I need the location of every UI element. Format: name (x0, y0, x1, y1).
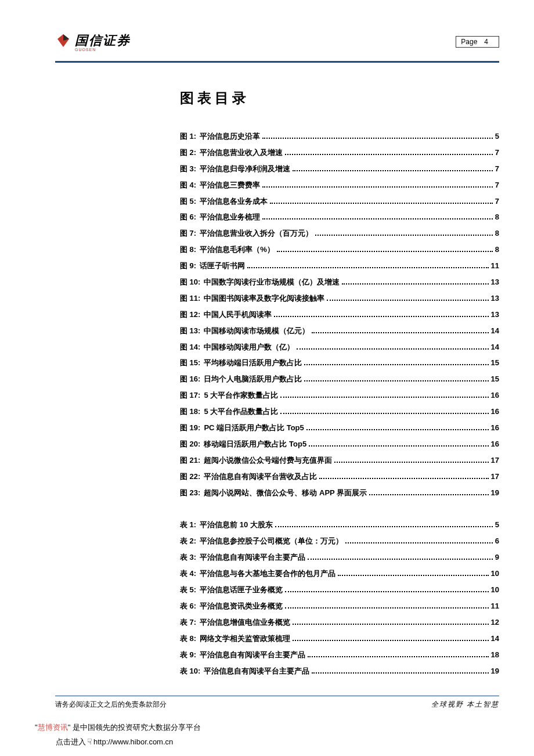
toc-label: 表 5: (180, 585, 196, 595)
promo-line: "慧博资讯" 是中国领先的投资研究大数据分享平台 (35, 721, 201, 734)
toc-text: 超阅小说微信公众号端付费与充值界面 (204, 456, 332, 466)
toc-dots (369, 494, 488, 495)
toc-dots (285, 154, 493, 155)
figure-entry[interactable]: 图 7:平治信息营业收入拆分（百万元）8 (180, 229, 499, 239)
toc-page: 10 (491, 569, 499, 579)
footer-disclaimer: 请务必阅读正文之后的免责条款部分 (55, 700, 167, 710)
toc-text: 平治信息与各大基地主要合作的包月产品 (200, 569, 335, 579)
toc-dots (338, 575, 488, 576)
toc-text: 平治信息自有阅读平台主要产品 (204, 667, 309, 676)
toc-dots (247, 267, 488, 268)
toc-text: 平治信息自有阅读平台营收及占比 (204, 472, 317, 482)
toc-page: 16 (491, 440, 499, 449)
promo-link-row[interactable]: 点击进入 ☟ http://www.hibor.com.cn (56, 735, 201, 749)
table-entry[interactable]: 表 6:平治信息资讯类业务概览11 (180, 602, 499, 611)
figure-entry[interactable]: 图 2:平治信息营业收入及增速7 (180, 148, 499, 158)
toc-page: 13 (491, 310, 499, 320)
figure-entry[interactable]: 图 9:话匣子听书网11 (180, 261, 499, 271)
toc-page: 16 (491, 391, 499, 401)
toc-label: 图 15: (180, 358, 200, 368)
toc-page: 6 (495, 537, 499, 546)
toc-label: 图 14: (180, 343, 200, 352)
toc-dots (345, 542, 493, 543)
toc-text: 平治信息资讯类业务概览 (200, 602, 283, 611)
figure-entry[interactable]: 图 16:日均个人电脑活跃用户数占比15 (180, 375, 499, 384)
toc-content: 图表目录 图 1:平治信息历史沿革5图 2:平治信息营业收入及增速7图 3:平治… (0, 63, 534, 676)
toc-page: 19 (491, 488, 499, 498)
figure-entry[interactable]: 图 1:平治信息历史沿革5 (180, 132, 499, 142)
figure-entry[interactable]: 图 3:平治信息归母净利润及增速7 (180, 164, 499, 174)
toc-gap (180, 504, 499, 520)
toc-page: 17 (491, 456, 499, 466)
toc-page: 13 (491, 294, 499, 304)
toc-label: 表 6: (180, 602, 196, 611)
figure-entry[interactable]: 图 21:超阅小说微信公众号端付费与充值界面17 (180, 456, 499, 466)
figure-entry[interactable]: 图 10:中国数字阅读行业市场规模（亿）及增速13 (180, 278, 499, 287)
toc-page: 7 (495, 148, 499, 158)
toc-label: 图 21: (180, 456, 200, 466)
toc-label: 图 13: (180, 326, 200, 336)
toc-dots (285, 591, 488, 592)
toc-page: 15 (491, 358, 499, 368)
figure-entry[interactable]: 图 8:平治信息毛利率（%）8 (180, 245, 499, 255)
toc-label: 表 4: (180, 569, 196, 579)
toc-dots (262, 218, 493, 219)
toc-text: 话匣子听书网 (200, 261, 245, 271)
toc-page: 7 (495, 197, 499, 207)
table-entry[interactable]: 表 3:平治信息自有阅读平台主要产品9 (180, 553, 499, 563)
toc-text: 中国移动阅读市场规模（亿元） (204, 326, 309, 336)
footer-row: 请务必阅读正文之后的免责条款部分 全球视野 本土智慧 (55, 700, 499, 710)
figure-entry[interactable]: 图 12:中国人民手机阅读率13 (180, 310, 499, 320)
toc-label: 图 1: (180, 132, 196, 142)
figure-entry[interactable]: 图 20:移动端日活跃用户数占比 Top516 (180, 440, 499, 449)
figure-entry[interactable]: 图 19:PC 端日活跃用户数占比 Top516 (180, 423, 499, 433)
table-entry[interactable]: 表 9:平治信息自有阅读平台主要产品18 (180, 650, 499, 660)
toc-text: 中国人民手机阅读率 (204, 310, 272, 320)
toc-dots (297, 348, 488, 350)
toc-page: 5 (495, 520, 499, 530)
toc-text: 中国图书阅读率及数字化阅读接触率 (204, 294, 324, 304)
toc-text: 平治信息营业收入拆分（百万元） (200, 229, 313, 239)
toc-page: 18 (491, 650, 499, 660)
toc-label: 表 3: (180, 553, 196, 563)
toc-text: 移动端日活跃用户数占比 Top5 (204, 440, 306, 449)
figure-entry[interactable]: 图 5:平治信息各业务成本7 (180, 197, 499, 207)
toc-page: 17 (491, 472, 499, 482)
toc-text: 平治信息自有阅读平台主要产品 (200, 650, 305, 660)
figure-entry[interactable]: 图 6:平治信息业务梳理8 (180, 213, 499, 222)
figure-entry[interactable]: 图 15:平均移动端日活跃用户数占比15 (180, 358, 499, 368)
table-entry[interactable]: 表 8:网络文学相关监管政策梳理14 (180, 634, 499, 644)
figure-entry[interactable]: 图 23:超阅小说网站、微信公众号、移动 APP 界面展示19 (180, 488, 499, 498)
table-entry[interactable]: 表 4:平治信息与各大基地主要合作的包月产品10 (180, 569, 499, 579)
toc-text: 平均移动端日活跃用户数占比 (204, 358, 302, 368)
toc-dots (304, 364, 488, 365)
table-entry[interactable]: 表 10:平治信息自有阅读平台主要产品19 (180, 667, 499, 676)
table-entry[interactable]: 表 2:平治信息参控股子公司概览（单位：万元）6 (180, 537, 499, 546)
figures-list: 图 1:平治信息历史沿革5图 2:平治信息营业收入及增速7图 3:平治信息归母净… (180, 132, 499, 498)
figure-entry[interactable]: 图 17:5 大平台作家数量占比16 (180, 391, 499, 401)
toc-label: 图 10: (180, 278, 200, 287)
figure-entry[interactable]: 图 18:5 大平台作品数量占比16 (180, 407, 499, 417)
toc-label: 表 9: (180, 650, 196, 660)
figure-entry[interactable]: 图 22:平治信息自有阅读平台营收及占比17 (180, 472, 499, 482)
toc-label: 表 7: (180, 618, 196, 628)
figure-entry[interactable]: 图 4:平治信息三费费率7 (180, 181, 499, 190)
table-entry[interactable]: 表 5:平治信息话匣子业务概览10 (180, 585, 499, 595)
toc-dots (293, 170, 493, 171)
toc-text: 平治信息增值电信业务概览 (200, 618, 290, 628)
toc-text: 超阅小说网站、微信公众号、移动 APP 界面展示 (204, 488, 367, 498)
toc-label: 图 23: (180, 488, 200, 498)
toc-label: 图 6: (180, 213, 196, 222)
figure-entry[interactable]: 图 14:中国移动阅读用户数（亿）14 (180, 343, 499, 352)
promo-brand: 慧博资讯 (38, 723, 68, 732)
figure-entry[interactable]: 图 11:中国图书阅读率及数字化阅读接触率13 (180, 294, 499, 304)
table-entry[interactable]: 表 1:平治信息前 10 大股东5 (180, 520, 499, 530)
toc-label: 图 11: (180, 294, 200, 304)
toc-dots (315, 235, 493, 236)
toc-page: 7 (495, 181, 499, 190)
figure-entry[interactable]: 图 13:中国移动阅读市场规模（亿元）14 (180, 326, 499, 336)
page-label: Page (461, 38, 477, 46)
table-entry[interactable]: 表 7:平治信息增值电信业务概览12 (180, 618, 499, 628)
toc-page: 12 (491, 618, 499, 628)
toc-dots (306, 429, 489, 430)
